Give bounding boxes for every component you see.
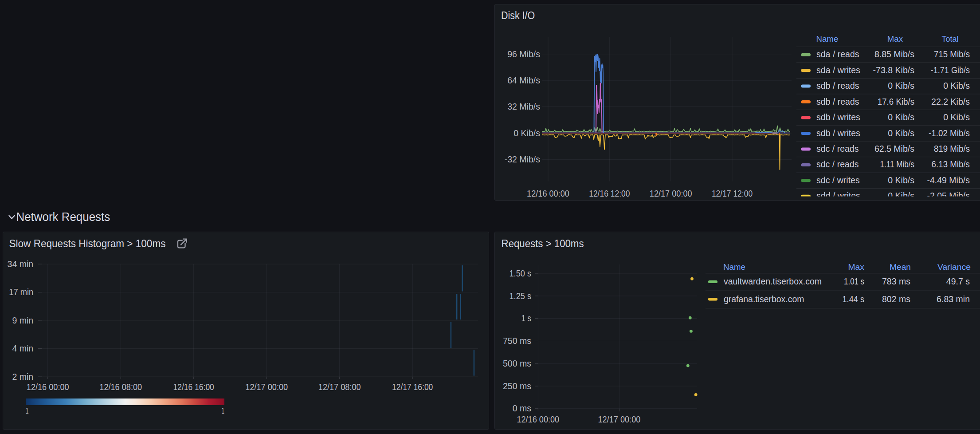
svg-text:6.83 min: 6.83 min (937, 294, 970, 304)
svg-text:49.7 s: 49.7 s (946, 276, 970, 286)
svg-text:0 Kib/s: 0 Kib/s (888, 80, 914, 91)
svg-text:-73.8 Kib/s: -73.8 Kib/s (873, 65, 914, 75)
svg-text:819 Mib/s: 819 Mib/s (934, 143, 970, 154)
svg-text:vaultwarden.tiserbox.com: vaultwarden.tiserbox.com (724, 276, 822, 286)
svg-text:0 Kib/s: 0 Kib/s (888, 175, 914, 185)
svg-text:2 min: 2 min (12, 371, 33, 382)
svg-text:12/16 08:00: 12/16 08:00 (99, 382, 142, 392)
svg-text:34 min: 34 min (8, 259, 34, 269)
svg-text:0 Kib/s: 0 Kib/s (888, 128, 914, 138)
svg-text:sdb / reads: sdb / reads (816, 80, 859, 91)
svg-text:22.2 Kib/s: 22.2 Kib/s (931, 96, 970, 107)
svg-text:sda / writes: sda / writes (816, 65, 860, 75)
svg-text:Slow Requests Histogram > 100m: Slow Requests Histogram > 100ms (9, 237, 166, 249)
svg-text:0 Kib/s: 0 Kib/s (943, 80, 970, 91)
svg-text:1.25 s: 1.25 s (510, 291, 532, 301)
svg-text:17 min: 17 min (9, 287, 33, 297)
svg-text:-32 Mib/s: -32 Mib/s (505, 154, 540, 164)
svg-text:sda / reads: sda / reads (816, 49, 859, 59)
svg-text:4 min: 4 min (12, 343, 33, 353)
svg-text:0 Kib/s: 0 Kib/s (943, 112, 970, 122)
svg-text:12/17 00:00: 12/17 00:00 (245, 382, 288, 392)
svg-text:12/16 00:00: 12/16 00:00 (517, 414, 559, 424)
svg-text:783 ms: 783 ms (882, 276, 910, 286)
svg-text:1.44 s: 1.44 s (843, 294, 865, 304)
svg-text:6.13 Mib/s: 6.13 Mib/s (932, 159, 970, 169)
svg-text:12/17 12:00: 12/17 12:00 (712, 188, 753, 198)
svg-text:Network Requests: Network Requests (16, 210, 110, 224)
svg-text:62.5 Mib/s: 62.5 Mib/s (874, 143, 914, 154)
svg-text:0 ms: 0 ms (513, 403, 531, 413)
svg-text:17.6 Kib/s: 17.6 Kib/s (878, 96, 914, 107)
svg-text:0 Kib/s: 0 Kib/s (888, 190, 914, 201)
svg-text:12/16 00:00: 12/16 00:00 (527, 188, 569, 198)
svg-text:12/17 00:00: 12/17 00:00 (598, 414, 641, 424)
svg-text:715 Mib/s: 715 Mib/s (934, 49, 970, 59)
svg-text:Total: Total (942, 34, 959, 43)
svg-text:250 ms: 250 ms (503, 381, 531, 391)
svg-text:12/16 00:00: 12/16 00:00 (27, 382, 69, 392)
svg-text:12/16 12:00: 12/16 12:00 (589, 188, 630, 198)
svg-text:64 Mib/s: 64 Mib/s (507, 75, 540, 85)
svg-text:0 Kib/s: 0 Kib/s (888, 112, 914, 122)
svg-text:sdc / writes: sdc / writes (816, 175, 860, 185)
svg-text:Disk I/O: Disk I/O (501, 10, 535, 21)
svg-text:sdb / writes: sdb / writes (816, 112, 860, 122)
svg-text:1.01 s: 1.01 s (844, 276, 864, 286)
svg-text:Name: Name (723, 262, 745, 272)
svg-text:12/17 16:00: 12/17 16:00 (392, 382, 433, 392)
svg-text:0 Kib/s: 0 Kib/s (514, 128, 540, 138)
svg-text:sdc / reads: sdc / reads (816, 159, 859, 169)
svg-text:-4.49 Mib/s: -4.49 Mib/s (927, 175, 970, 185)
svg-text:1: 1 (26, 406, 29, 415)
svg-text:500 ms: 500 ms (503, 358, 531, 368)
svg-text:12/17 00:00: 12/17 00:00 (650, 188, 692, 198)
svg-text:1.11 Mib/s: 1.11 Mib/s (880, 159, 914, 169)
svg-text:Max: Max (848, 262, 864, 272)
svg-text:Mean: Mean (890, 262, 911, 272)
svg-text:-1.71 Gib/s: -1.71 Gib/s (931, 65, 970, 75)
svg-text:grafana.tiserbox.com: grafana.tiserbox.com (724, 294, 804, 304)
svg-text:sdd / writes: sdd / writes (816, 190, 860, 201)
svg-text:Name: Name (816, 34, 839, 43)
svg-text:sdb / writes: sdb / writes (816, 128, 860, 138)
svg-text:sdb / reads: sdb / reads (816, 96, 859, 107)
svg-text:Requests > 100ms: Requests > 100ms (502, 237, 584, 249)
svg-text:12/16 16:00: 12/16 16:00 (173, 382, 214, 392)
svg-text:32 Mib/s: 32 Mib/s (507, 101, 540, 111)
svg-text:1: 1 (222, 406, 225, 415)
svg-text:Variance: Variance (937, 262, 971, 272)
svg-text:12/17 08:00: 12/17 08:00 (318, 382, 361, 392)
svg-text:1.50 s: 1.50 s (510, 268, 532, 278)
svg-text:802 ms: 802 ms (882, 294, 910, 304)
svg-text:Max: Max (887, 34, 903, 43)
svg-text:8.85 Mib/s: 8.85 Mib/s (874, 49, 914, 59)
svg-text:96 Mib/s: 96 Mib/s (507, 49, 540, 59)
svg-text:-2.05 Mib/s: -2.05 Mib/s (927, 190, 970, 201)
svg-text:750 ms: 750 ms (503, 335, 531, 346)
svg-text:9 min: 9 min (12, 315, 33, 325)
svg-text:1 s: 1 s (521, 313, 531, 323)
svg-text:sdc / reads: sdc / reads (816, 143, 859, 154)
svg-text:-1.02 Mib/s: -1.02 Mib/s (929, 128, 970, 138)
